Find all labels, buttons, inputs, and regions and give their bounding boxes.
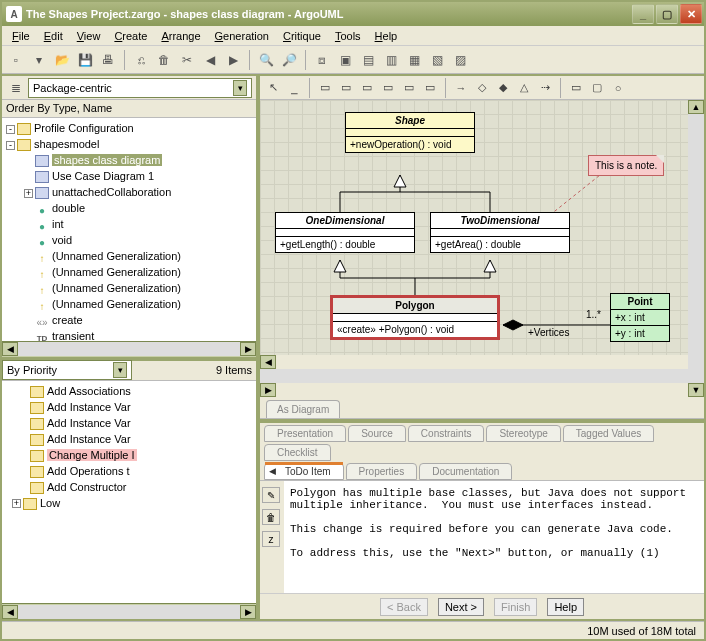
nav-fwd-icon[interactable]: ▶	[223, 50, 243, 70]
todo-item[interactable]: Add Associations	[2, 383, 256, 399]
select-tool-icon[interactable]: ↖	[264, 79, 282, 97]
tab-stereotype[interactable]: Stereotype	[486, 425, 560, 442]
new-icon[interactable]: ▫	[6, 50, 26, 70]
tree-node[interactable]: ●void	[2, 232, 256, 248]
cut-icon[interactable]: ✂	[177, 50, 197, 70]
tab-todo-item[interactable]: ToDo Item	[264, 463, 344, 480]
tab-tagged-values[interactable]: Tagged Values	[563, 425, 654, 442]
tree-node[interactable]: ↑(Unnamed Generalization)	[2, 296, 256, 312]
todo-item[interactable]: Add Operations t	[2, 463, 256, 479]
todo-sort-combo[interactable]: By Priority ▾	[2, 360, 132, 380]
new-dropdown-icon[interactable]: ▾	[29, 50, 49, 70]
menu-generation[interactable]: Generation	[209, 28, 275, 44]
help-button[interactable]: Help	[547, 598, 584, 616]
todo-item[interactable]: Add Instance Var	[2, 415, 256, 431]
uml-class-twodimensional[interactable]: TwoDimensional +getArea() : double	[430, 212, 570, 253]
back-button[interactable]: < Back	[380, 598, 428, 616]
tree-node[interactable]: «»create	[2, 312, 256, 328]
deploy-diagram-icon[interactable]: ▨	[450, 50, 470, 70]
scroll-right-icon[interactable]: ▶	[240, 605, 256, 619]
tree-node[interactable]: ●int	[2, 216, 256, 232]
class-tool-icon[interactable]: ▭	[337, 79, 355, 97]
scroll-left-icon[interactable]: ◀	[260, 355, 276, 369]
tab-constraints[interactable]: Constraints	[408, 425, 485, 442]
undo-icon[interactable]: ⎌	[131, 50, 151, 70]
todo-item[interactable]: Change Multiple I	[2, 447, 256, 463]
uml-class-point[interactable]: Point +x : int +y : int	[610, 293, 670, 342]
tree-node[interactable]: ●double	[2, 200, 256, 216]
explorer-scrollbar-x[interactable]: ◀ ▶	[2, 341, 256, 357]
scroll-right-icon[interactable]: ▶	[240, 342, 256, 356]
todo-item[interactable]: Add Constructor	[2, 479, 256, 495]
aggr-tool-icon[interactable]: ◇	[473, 79, 491, 97]
next-button[interactable]: Next >	[438, 598, 484, 616]
close-button[interactable]: ✕	[680, 4, 702, 24]
menu-create[interactable]: Create	[108, 28, 153, 44]
tree-node[interactable]: ↑(Unnamed Generalization)	[2, 280, 256, 296]
tab-documentation[interactable]: Documentation	[419, 463, 512, 480]
save-icon[interactable]: 💾	[75, 50, 95, 70]
collab-diagram-icon[interactable]: ▥	[381, 50, 401, 70]
signal-tool-icon[interactable]: ▭	[421, 79, 439, 97]
resolve-todo-icon[interactable]: 🗑	[262, 509, 280, 525]
tab-as-diagram[interactable]: As Diagram	[266, 400, 340, 418]
rrect-tool-icon[interactable]: ▢	[588, 79, 606, 97]
todo-priority-low[interactable]: +Low	[2, 495, 256, 511]
uml-class-polygon[interactable]: Polygon «create» +Polygon() : void	[330, 295, 500, 340]
new-todo-icon[interactable]: ✎	[262, 487, 280, 503]
titlebar[interactable]: A The Shapes Project.zargo - shapes clas…	[2, 2, 704, 26]
menu-view[interactable]: View	[71, 28, 107, 44]
perspective-combo[interactable]: Package-centric ▾	[28, 78, 252, 98]
todo-scrollbar-x[interactable]: ◀ ▶	[2, 603, 256, 619]
find-icon[interactable]: 🔍	[256, 50, 276, 70]
menu-tools[interactable]: Tools	[329, 28, 367, 44]
minimize-button[interactable]: _	[632, 4, 654, 24]
maximize-button[interactable]: ▢	[656, 4, 678, 24]
interface-tool-icon[interactable]: ▭	[358, 79, 376, 97]
diagram-scrollbar-y[interactable]: ▲ ▼	[688, 100, 704, 397]
broom-tool-icon[interactable]: ⎯	[285, 79, 303, 97]
circle-tool-icon[interactable]: ○	[609, 79, 627, 97]
tree-node[interactable]: TDtransient	[2, 328, 256, 341]
activity-diagram-icon[interactable]: ▧	[427, 50, 447, 70]
todo-item[interactable]: Add Instance Var	[2, 431, 256, 447]
print-icon[interactable]: 🖶	[98, 50, 118, 70]
nav-back-icon[interactable]: ◀	[200, 50, 220, 70]
scroll-left-icon[interactable]: ◀	[2, 342, 18, 356]
tab-properties[interactable]: Properties	[346, 463, 418, 480]
scroll-right-icon[interactable]: ▶	[260, 383, 276, 397]
tree-node[interactable]: -shapesmodel	[2, 136, 256, 152]
tree-node[interactable]: -Profile Configuration	[2, 120, 256, 136]
class-diagram-icon[interactable]: ▣	[335, 50, 355, 70]
menu-critique[interactable]: Critique	[277, 28, 327, 44]
enum-tool-icon[interactable]: ▭	[400, 79, 418, 97]
perspective-config-icon[interactable]: ≣	[6, 78, 26, 98]
sequence-diagram-icon[interactable]: ▤	[358, 50, 378, 70]
chevron-down-icon[interactable]: ▾	[233, 80, 247, 96]
usecase-diagram-icon[interactable]: ⧈	[312, 50, 332, 70]
tree-node[interactable]: Use Case Diagram 1	[2, 168, 256, 184]
todo-item[interactable]: Add Instance Var	[2, 399, 256, 415]
comp-tool-icon[interactable]: ◆	[494, 79, 512, 97]
tab-presentation[interactable]: Presentation	[264, 425, 346, 442]
todo-tree[interactable]: Add AssociationsAdd Instance VarAdd Inst…	[2, 381, 256, 604]
delete-icon[interactable]: 🗑	[154, 50, 174, 70]
rect-tool-icon[interactable]: ▭	[567, 79, 585, 97]
menu-edit[interactable]: Edit	[38, 28, 69, 44]
uml-class-onedimensional[interactable]: OneDimensional +getLength() : double	[275, 212, 415, 253]
open-icon[interactable]: 📂	[52, 50, 72, 70]
tree-node[interactable]: shapes class diagram	[2, 152, 256, 168]
menu-help[interactable]: Help	[369, 28, 404, 44]
uml-note[interactable]: This is a note.	[588, 155, 664, 176]
zoom-icon[interactable]: 🔎	[279, 50, 299, 70]
diagram-scrollbar-x[interactable]: ◀ ▶	[260, 355, 688, 397]
scroll-up-icon[interactable]: ▲	[688, 100, 704, 114]
finish-button[interactable]: Finish	[494, 598, 537, 616]
dep-tool-icon[interactable]: ⇢	[536, 79, 554, 97]
scroll-down-icon[interactable]: ▼	[688, 383, 704, 397]
chevron-down-icon[interactable]: ▾	[113, 362, 127, 378]
menu-file[interactable]: File	[6, 28, 36, 44]
tree-node[interactable]: +unattachedCollaboration	[2, 184, 256, 200]
explorer-tree[interactable]: -Profile Configuration-shapesmodelshapes…	[2, 118, 256, 341]
tree-node[interactable]: ↑(Unnamed Generalization)	[2, 248, 256, 264]
